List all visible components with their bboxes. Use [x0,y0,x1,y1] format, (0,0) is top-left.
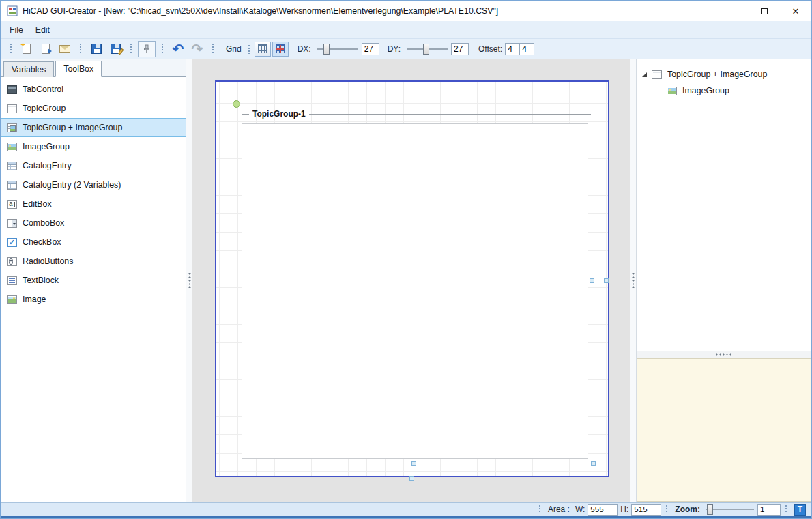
tree-item-imagegroup[interactable]: ImageGroup [637,83,811,99]
dy-input[interactable] [451,43,469,55]
tree-expander-icon[interactable] [642,72,647,77]
minimize-icon: — [729,6,738,16]
save-as-icon [111,44,121,54]
dx-input[interactable] [362,43,379,55]
catalogentry-icon [7,162,17,170]
tab-variables[interactable]: Variables [3,61,54,77]
toolbar: ↶ ↷ Grid DX: DY: Offset: [1,38,811,59]
toolbox-item-combobox[interactable]: ComboBox [1,213,186,233]
toolbox-item-textblock[interactable]: TextBlock [1,271,186,290]
open-file-icon [42,44,50,54]
toolbox-item-editbox[interactable]: EditBox [1,194,186,213]
close-button[interactable]: ✕ [780,1,811,21]
right-splitter[interactable] [630,59,636,502]
save-icon [91,44,102,54]
undo-icon: ↶ [173,42,184,56]
toolbox-item-topicgroup[interactable]: TopicGroup [1,99,186,118]
menu-edit[interactable]: Edit [29,23,56,38]
maximize-button[interactable] [749,1,780,21]
new-file-button[interactable] [18,41,35,57]
statusbar-separator [538,505,541,514]
undo-button[interactable]: ↶ [169,41,187,57]
toolbox-item-label: EditBox [23,199,52,209]
toolbox-item-image[interactable]: Image [1,290,186,309]
dy-slider[interactable] [405,43,449,55]
grid-snap-button[interactable] [272,42,289,57]
tree-item-topicgroup-imagegroup[interactable]: TopicGroup + ImageGroup [637,66,811,83]
editbox-icon [7,200,17,209]
offset-label: Offset: [478,44,502,54]
load-template-button[interactable] [56,41,74,57]
canvas-background: TopicGroup-1 [192,59,630,502]
toolbox-list: TabControl TopicGroup TopicGroup + Image… [1,77,186,502]
grid-show-button[interactable] [255,42,271,57]
window-title: HiCAD GUI-Creator - [New: "C:\hicad_svn\… [23,6,498,16]
redo-button[interactable]: ↷ [188,41,206,57]
toolbox-item-radiobuttons[interactable]: RadioButtons [1,252,186,271]
toolbar-separator [130,43,132,55]
offset-x-input[interactable] [505,43,520,55]
type-toggle-button[interactable]: T [794,504,806,516]
toolbox-item-checkbox[interactable]: CheckBox [1,233,186,252]
save-as-button[interactable] [106,41,124,57]
resize-handle[interactable] [590,278,594,283]
close-icon: ✕ [792,6,800,16]
resize-handle[interactable] [604,278,609,283]
status-bar: Area : W: H: Zoom: T [1,502,811,518]
toolbox-item-label: ImageGroup [23,142,70,151]
open-file-button[interactable] [37,41,55,57]
radiobuttons-icon [7,257,17,266]
toolbox-item-label: TabControl [23,85,63,94]
envelope-icon [59,45,70,53]
anchor-handle[interactable] [233,100,240,108]
menu-file[interactable]: File [3,23,29,38]
dx-slider[interactable] [316,43,360,55]
zoom-input[interactable] [757,504,781,516]
height-input[interactable] [631,504,661,516]
statusbar-separator [785,505,787,514]
tabcontrol-icon [7,85,17,94]
toolbox-item-label: CatalogEntry [23,161,72,170]
groupbox-border [242,114,249,115]
maximize-icon [761,8,768,14]
dy-slider-thumb[interactable] [423,44,429,55]
toolbox-item-imagegroup[interactable]: ImageGroup [1,137,186,156]
design-surface[interactable]: TopicGroup-1 [215,80,609,477]
resize-handle[interactable] [591,461,596,466]
offset-y-input[interactable] [519,43,534,55]
grid-snap-icon [276,44,285,53]
height-label: H: [620,505,628,514]
width-input[interactable] [588,504,618,516]
minimize-button[interactable]: — [717,1,749,21]
zoom-slider[interactable] [705,503,755,516]
zoom-slider-thumb[interactable] [707,504,713,515]
toolbox-item-tabcontrol[interactable]: TabControl [1,80,186,99]
toolbox-item-catalogentry-2[interactable]: CatalogEntry (2 Variables) [1,175,186,194]
image-icon [7,295,17,304]
title-bar: HiCAD GUI-Creator - [New: "C:\hicad_svn\… [1,1,811,21]
catalogentry-2-icon [7,181,17,190]
grid-icon [258,44,267,53]
resize-handle[interactable] [409,476,414,481]
right-panel: TopicGroup + ImageGroup ImageGroup [636,59,811,502]
save-button[interactable] [87,41,105,57]
left-splitter[interactable] [186,59,192,502]
toolbox-item-label: RadioButtons [23,256,73,266]
pin-toggle-button[interactable] [138,41,156,57]
grid-separator [248,44,250,54]
app-window: HiCAD GUI-Creator - [New: "C:\hicad_svn\… [0,0,812,519]
tree-item-label: ImageGroup [682,86,729,95]
horizontal-splitter[interactable] [637,351,811,358]
toolbox-item-label: ComboBox [23,218,64,228]
topicgroup-icon [7,104,17,113]
menu-bar: File Edit [1,21,811,38]
toolbox-item-label: Image [23,295,46,304]
tab-toolbox[interactable]: ToolBox [55,61,102,77]
area-label: Area : [548,505,570,514]
dx-slider-thumb[interactable] [323,44,330,55]
groupbox-topicgroup-1[interactable]: TopicGroup-1 [242,109,591,119]
imagegroup-element[interactable] [242,123,588,459]
toolbox-item-catalogentry[interactable]: CatalogEntry [1,156,186,175]
toolbox-item-topicgroup-imagegroup[interactable]: TopicGroup + ImageGroup [1,118,186,137]
resize-handle[interactable] [411,461,416,466]
